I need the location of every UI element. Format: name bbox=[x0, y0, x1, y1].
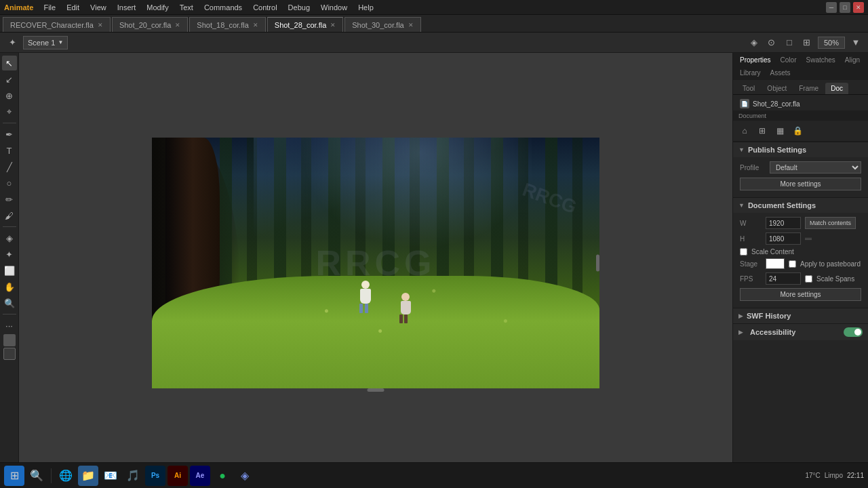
taskbar-ae[interactable]: Ae bbox=[190, 466, 210, 486]
more-tools[interactable]: ··· bbox=[2, 318, 17, 333]
tab-shot18[interactable]: Shot_18_cor.fla ✕ bbox=[189, 17, 265, 32]
search-button[interactable]: 🔍 bbox=[26, 466, 47, 486]
minimize-button[interactable]: ─ bbox=[826, 2, 837, 13]
taskbar-illustrator[interactable]: Ai bbox=[167, 466, 188, 486]
document-settings-header[interactable]: ▼ Document Settings bbox=[733, 197, 868, 213]
toolbar-icon-3[interactable]: □ bbox=[783, 36, 796, 49]
zoom-level[interactable]: 50% bbox=[818, 37, 845, 49]
pen-tool[interactable]: ✒ bbox=[2, 127, 17, 142]
taskbar-spotify[interactable]: ● bbox=[212, 466, 233, 486]
swf-history-arrow-icon: ▶ bbox=[738, 312, 743, 319]
tab-tool[interactable]: Tool bbox=[737, 83, 760, 94]
stroke-color[interactable] bbox=[3, 334, 16, 346]
lock-icon[interactable]: 🔒 bbox=[790, 123, 805, 138]
home-icon[interactable]: ⌂ bbox=[737, 123, 752, 138]
fill-color[interactable] bbox=[3, 348, 16, 360]
object-tabs: Tool Object Frame Doc bbox=[733, 80, 868, 95]
tab-color[interactable]: Color bbox=[776, 54, 801, 66]
fps-input[interactable] bbox=[766, 272, 801, 285]
swf-history-header[interactable]: ▶ SWF History bbox=[733, 308, 868, 323]
stage-color-picker[interactable] bbox=[766, 258, 785, 269]
maximize-button[interactable]: □ bbox=[840, 2, 850, 13]
menu-debug[interactable]: Debug bbox=[283, 2, 315, 13]
tab-doc[interactable]: Doc bbox=[825, 83, 848, 94]
width-input[interactable] bbox=[766, 217, 801, 229]
free-transform-tool[interactable]: ⊕ bbox=[2, 88, 17, 103]
toolbar-icon-1[interactable]: ◈ bbox=[747, 36, 761, 49]
zoom-tool[interactable]: 🔍 bbox=[2, 296, 17, 310]
match-contents-button[interactable]: Match contents bbox=[805, 217, 856, 229]
taskbar-photoshop[interactable]: Ps bbox=[145, 466, 165, 486]
tab-shot30[interactable]: Shot_30_cor.fla ✕ bbox=[344, 17, 420, 32]
close-button[interactable]: ✕ bbox=[853, 2, 864, 13]
tab-shot20[interactable]: Shot_20_cor.fla ✕ bbox=[112, 17, 188, 32]
menu-text[interactable]: Text bbox=[175, 2, 198, 13]
apply-pasteboard-checkbox[interactable] bbox=[789, 260, 796, 268]
tab-assets[interactable]: Assets bbox=[766, 67, 795, 79]
brush-tool[interactable]: 🖌 bbox=[2, 208, 17, 223]
tab-library[interactable]: Library bbox=[736, 67, 765, 79]
scale-spans-checkbox[interactable] bbox=[805, 275, 812, 283]
tab-close-icon[interactable]: ✕ bbox=[408, 22, 414, 28]
paint-bucket-tool[interactable]: ◈ bbox=[2, 230, 17, 245]
scene-selector[interactable]: Scene 1 ▼ bbox=[23, 36, 68, 49]
publish-settings-header[interactable]: ▼ Publish Settings bbox=[733, 142, 868, 157]
line-tool[interactable]: ╱ bbox=[2, 159, 17, 174]
menu-commands[interactable]: Commands bbox=[199, 2, 247, 13]
menu-insert[interactable]: Insert bbox=[113, 2, 141, 13]
menu-view[interactable]: View bbox=[85, 2, 111, 13]
doc-more-settings-button[interactable]: More settings bbox=[740, 288, 861, 301]
menu-help[interactable]: Help bbox=[353, 2, 378, 13]
hand-tool[interactable]: ✋ bbox=[2, 279, 17, 294]
tool-select-icon[interactable]: ✦ bbox=[5, 36, 19, 49]
menu-file[interactable]: File bbox=[39, 2, 60, 13]
taskbar-file-explorer[interactable]: 📁 bbox=[78, 466, 98, 486]
table-icon[interactable]: ⊞ bbox=[755, 123, 770, 138]
eraser-tool[interactable]: ⬜ bbox=[2, 263, 17, 278]
selection-tool[interactable]: ↖ bbox=[2, 56, 17, 70]
menu-modify[interactable]: Modify bbox=[142, 2, 173, 13]
canvas-handle-bottom[interactable] bbox=[368, 388, 384, 392]
tab-close-icon[interactable]: ✕ bbox=[98, 22, 103, 28]
profile-select[interactable]: Default bbox=[770, 161, 861, 174]
menu-edit[interactable]: Edit bbox=[62, 2, 84, 13]
menu-window[interactable]: Window bbox=[316, 2, 352, 13]
eyedropper-tool[interactable]: ✦ bbox=[2, 247, 17, 262]
taskbar-mail[interactable]: 📧 bbox=[100, 466, 121, 486]
grid-icon[interactable]: ▦ bbox=[772, 123, 787, 138]
tab-close-icon[interactable]: ✕ bbox=[253, 22, 258, 28]
tab-close-icon[interactable]: ✕ bbox=[175, 22, 180, 28]
scale-content-checkbox[interactable] bbox=[740, 248, 747, 256]
publish-more-settings-button[interactable]: More settings bbox=[740, 178, 861, 190]
tab-shot28[interactable]: Shot_28_cor.fla ✕ bbox=[267, 17, 343, 32]
pencil-tool[interactable]: ✏ bbox=[2, 192, 17, 207]
toolbar-icon-4[interactable]: ⊞ bbox=[800, 36, 814, 49]
tab-recover[interactable]: RECOVER_Character.fla ✕ bbox=[3, 17, 111, 32]
swf-history-title: SWF History bbox=[747, 312, 791, 320]
apply-pasteboard-label: Apply to pasteboard bbox=[800, 260, 861, 268]
panel-icons: ⌂ ⊞ ▦ 🔒 bbox=[733, 121, 868, 142]
accessibility-toggle[interactable] bbox=[844, 327, 863, 337]
height-input[interactable] bbox=[766, 232, 801, 245]
subselection-tool[interactable]: ↙ bbox=[2, 72, 17, 87]
tab-align[interactable]: Align bbox=[841, 54, 864, 66]
start-button[interactable]: ⊞ bbox=[4, 466, 24, 486]
tab-close-icon[interactable]: ✕ bbox=[330, 22, 336, 28]
taskbar-discord[interactable]: ◈ bbox=[235, 466, 255, 486]
tab-object[interactable]: Object bbox=[762, 83, 792, 94]
stage-content: RRCG RRCG bbox=[152, 138, 599, 388]
menu-control[interactable]: Control bbox=[248, 2, 281, 13]
taskbar-browser[interactable]: 🌐 bbox=[56, 466, 76, 486]
shape-tool[interactable]: ○ bbox=[2, 176, 17, 190]
toolbar-icon-2[interactable]: ⊙ bbox=[765, 36, 778, 49]
taskbar-music[interactable]: 🎵 bbox=[123, 466, 143, 486]
window-controls: ─ □ ✕ bbox=[826, 2, 864, 13]
tab-frame[interactable]: Frame bbox=[793, 83, 824, 94]
tab-swatches[interactable]: Swatches bbox=[802, 54, 839, 66]
text-tool[interactable]: T bbox=[2, 143, 17, 158]
zoom-dropdown-icon[interactable]: ▼ bbox=[849, 36, 863, 49]
accessibility-header[interactable]: ▶ Accessibility bbox=[733, 323, 868, 340]
tab-properties[interactable]: Properties bbox=[736, 54, 775, 66]
lasso-tool[interactable]: ⌖ bbox=[2, 104, 17, 119]
canvas-handle-right[interactable] bbox=[596, 255, 599, 272]
